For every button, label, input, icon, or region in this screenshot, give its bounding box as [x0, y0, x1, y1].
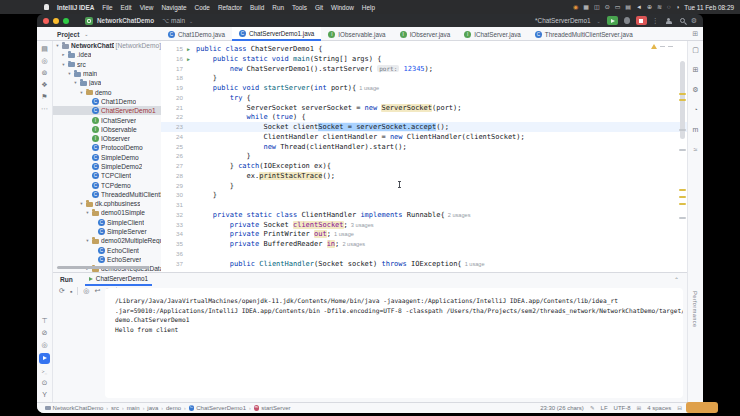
- lock-icon[interactable]: ⊞: [637, 405, 642, 411]
- volume-icon[interactable]: ◄: [636, 0, 642, 14]
- menu-item-run[interactable]: Run: [272, 4, 284, 11]
- notifications-icon[interactable]: ▢: [692, 46, 699, 53]
- run-console[interactable]: /Library/Java/JavaVirtualMachines/openjd…: [105, 288, 683, 398]
- debug-button[interactable]: [624, 17, 630, 24]
- code-line-16[interactable]: 16▶ public static void main(String[] arg…: [161, 54, 687, 64]
- tree-arrow-icon[interactable]: ▾: [79, 201, 84, 206]
- code-line-20[interactable]: 20 try {: [161, 93, 687, 103]
- tree-item-main[interactable]: ▾main: [53, 69, 161, 78]
- code-line-33[interactable]: 33 private Socket clientSocket; 3 usages: [161, 220, 687, 230]
- tree-item-ichatserver[interactable]: IIChatServer: [53, 115, 161, 124]
- project-tool-window-header[interactable]: Project ⌄: [57, 27, 91, 41]
- breadcrumb-networkchatdemo[interactable]: NetworkChatDemo: [45, 405, 103, 411]
- tree-arrow-icon[interactable]: ▾: [67, 71, 72, 76]
- caret-position[interactable]: 23:30 (26 chars): [540, 405, 584, 411]
- breadcrumb-src[interactable]: src: [111, 405, 119, 411]
- display-icon[interactable]: ▦: [583, 0, 589, 14]
- tab-iobserver-java[interactable]: IIObserver.java: [393, 27, 458, 41]
- code-line-37[interactable]: 37 public ClientHandler(Socket socket) t…: [161, 259, 687, 269]
- code-with-me-icon[interactable]: [666, 18, 672, 24]
- code-line-30[interactable]: 30 }: [161, 190, 687, 200]
- close-window-button[interactable]: [43, 18, 49, 24]
- menu-item-window[interactable]: Window: [331, 4, 354, 11]
- screenshot-icon[interactable]: ◫: [594, 0, 600, 14]
- bookmarks-icon[interactable]: ⚑: [41, 93, 47, 100]
- run-toolbar-stop-icon[interactable]: ▪: [70, 288, 72, 295]
- breadcrumb-startserver[interactable]: mstartServer: [254, 405, 291, 411]
- code-line-35[interactable]: 35 private BufferedReader in; 2 usages: [161, 239, 687, 249]
- tab-chatserverdemo1-java[interactable]: CChatServerDemo1.java: [232, 27, 321, 41]
- tree-item-chatserverdemo1[interactable]: CChatServerDemo1: [53, 106, 161, 115]
- menu-item-tools[interactable]: Tools: [292, 4, 307, 11]
- code-line-23[interactable]: 23 Socket clientSocket = serverSocket.ac…: [161, 122, 687, 132]
- tree-item-tcpdemo[interactable]: CTCPdemo: [53, 180, 161, 189]
- file-encoding[interactable]: UTF-8: [614, 405, 631, 411]
- tree-item-java[interactable]: ▾java: [53, 78, 161, 87]
- read-only-icon[interactable]: ⊟: [677, 405, 682, 411]
- zoom-window-button[interactable]: [63, 18, 69, 24]
- pencil-icon[interactable]: ✎: [590, 405, 595, 411]
- code-line-34[interactable]: 34 private PrintWriter out; 1 usage: [161, 229, 687, 239]
- tree-item-echoserver[interactable]: CEchoServer: [53, 255, 161, 264]
- maven-icon[interactable]: m: [693, 126, 699, 133]
- menu-item-file[interactable]: File: [102, 4, 112, 11]
- hide-tool-window-icon[interactable]: ⌃: [674, 276, 679, 283]
- tree-item-chat1demo[interactable]: CChat1Demo: [53, 97, 161, 106]
- code-editor[interactable]: 15▶public class ChatServerDemo1 {16▶ pub…: [161, 41, 687, 272]
- apple-menu-icon[interactable]: [44, 4, 49, 10]
- menu-item-code[interactable]: Code: [195, 4, 210, 11]
- code-line-29[interactable]: 29 }: [161, 181, 687, 191]
- tree-item-threadedmulticlientser[interactable]: CThreadedMultiClientSer: [53, 190, 161, 199]
- code-line-31[interactable]: 31: [161, 200, 687, 210]
- todo-icon[interactable]: ◎: [41, 341, 47, 348]
- split-editor-icon[interactable]: ⊞: [692, 30, 698, 38]
- code-line-18[interactable]: 18 }: [161, 73, 687, 83]
- code-line-25[interactable]: 25 new Thread(clientHandler).start();: [161, 142, 687, 152]
- tree-item-demo01simple[interactable]: ▾demo01Simple: [53, 208, 161, 217]
- menu-item-navigate[interactable]: Navigate: [161, 4, 186, 11]
- menu-item-view[interactable]: View: [140, 4, 154, 11]
- tree-arrow-icon[interactable]: ▾: [55, 43, 60, 48]
- code-line-17[interactable]: 17 new ChatServerDemo1().startServer( po…: [161, 64, 687, 74]
- search-everywhere-icon[interactable]: [680, 18, 685, 23]
- performance-tool-tab[interactable]: Performance: [692, 291, 698, 328]
- commit-icon[interactable]: ◎: [41, 57, 47, 64]
- code-line-36[interactable]: 36: [161, 249, 687, 259]
- tree-item-dk-cphbusiness[interactable]: ▾dk.cphbusiness: [53, 199, 161, 208]
- run-tab[interactable]: ChatServerDemo1: [85, 273, 152, 286]
- code-line-15[interactable]: 15▶public class ChatServerDemo1 {: [161, 44, 687, 54]
- run-icon[interactable]: [39, 353, 50, 364]
- menu-item-edit[interactable]: Edit: [121, 4, 132, 11]
- code-line-26[interactable]: 26 }: [161, 151, 687, 161]
- tree-item-demo[interactable]: ▾demo: [53, 87, 161, 96]
- coverage-icon[interactable]: ◔: [693, 106, 697, 113]
- code-line-19[interactable]: 19 public void startServer(int port){ 1 …: [161, 83, 687, 93]
- tree-item-simpleclient[interactable]: CSimpleClient: [53, 218, 161, 227]
- pull-requests-icon[interactable]: ⊚: [42, 69, 48, 76]
- line-separator[interactable]: LF: [601, 405, 608, 411]
- terminal-icon[interactable]: >_: [42, 369, 48, 374]
- run-configuration-select[interactable]: *ChatServerDemo1: [535, 17, 590, 24]
- minimize-window-button[interactable]: [53, 18, 59, 24]
- gradle-icon[interactable]: ≈: [694, 146, 698, 153]
- menu-item-refactor[interactable]: Refactor: [218, 4, 242, 11]
- mail-icon[interactable]: ▤: [625, 0, 631, 14]
- tree-item-iobserver[interactable]: IIObserver: [53, 134, 161, 143]
- tab-ichatserver-java[interactable]: IIChatServer.java: [457, 27, 528, 41]
- menu-item-help[interactable]: Help: [362, 4, 375, 11]
- debug-icon[interactable]: ⊘: [42, 329, 48, 336]
- breadcrumb-chatserverdemo1[interactable]: CChatServerDemo1: [189, 405, 246, 411]
- mic-icon[interactable]: ⊙: [605, 0, 610, 14]
- code-line-27[interactable]: 27 } catch(IOException ex){: [161, 161, 687, 171]
- tree-item-idea[interactable]: ▸.idea: [53, 50, 161, 59]
- tree-arrow-icon[interactable]: ▾: [73, 80, 78, 85]
- search-icon[interactable]: ◌: [667, 0, 671, 14]
- code-line-32[interactable]: 32 private static class ClientHandler im…: [161, 210, 687, 220]
- tab-iobservable-java[interactable]: IIObservable.java: [321, 27, 392, 41]
- tree-arrow-icon[interactable]: ▸: [61, 52, 66, 57]
- tree-item-tcpclient[interactable]: CTCPClient: [53, 171, 161, 180]
- more-tools-icon[interactable]: ⋯: [41, 105, 48, 112]
- menu-bar-clock[interactable]: Tue 11 Feb 08:29: [684, 4, 734, 11]
- inspections-widget[interactable]: [651, 44, 673, 49]
- tree-item-iobservable[interactable]: IIObservable: [53, 125, 161, 134]
